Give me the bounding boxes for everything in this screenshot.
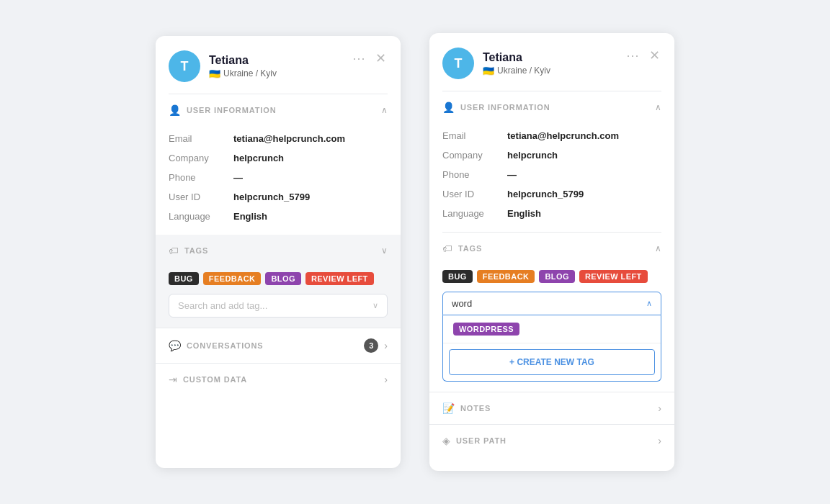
tags-header-right[interactable]: 🏷 TAGS ∧ xyxy=(429,233,674,264)
tags-chevron-left: ∨ xyxy=(381,246,388,256)
company-label: Company xyxy=(169,153,233,163)
custom-data-arrow-left: › xyxy=(384,374,388,385)
tag-wordpress-option: WORDPRESS xyxy=(453,323,519,336)
search-tag-input-left[interactable]: Search and add tag... ∨ xyxy=(169,294,388,318)
notes-arrow-right: › xyxy=(658,402,661,414)
email-row-right: Email tetiana@helpcrunch.com xyxy=(442,126,661,145)
tag-feedback-left[interactable]: FEEDBACK xyxy=(203,272,262,285)
email-label: Email xyxy=(169,133,233,144)
userid-value-right: helpcrunch_5799 xyxy=(507,189,584,199)
tags-title-left: TAGS xyxy=(184,246,375,255)
company-value: helpcrunch xyxy=(233,153,284,163)
custom-data-title-left: CUSTOM DATA xyxy=(183,375,384,384)
header-actions-left: ⋯ ✕ xyxy=(351,50,388,66)
userid-row: User ID helpcrunch_5799 xyxy=(169,187,388,207)
email-value: tetiana@helpcrunch.com xyxy=(233,133,345,144)
company-value-right: helpcrunch xyxy=(507,150,558,161)
company-row-right: Company helpcrunch xyxy=(442,145,661,165)
left-panel: T Tetiana 🇺🇦 Ukraine / Kyiv ⋯ ✕ 👤 USER I… xyxy=(156,36,401,468)
phone-value-right: — xyxy=(507,169,517,180)
tags-content-left: BUG FEEDBACK BLOG REVIEW LEFT Search and… xyxy=(156,266,401,328)
tag-feedback-right[interactable]: FEEDBACK xyxy=(477,270,535,283)
tags-section-right: 🏷 TAGS ∧ BUG FEEDBACK BLOG REVIEW LEFT ∧… xyxy=(429,233,674,392)
user-info-section-left: 👤 USER INFORMATION ∧ Email tetiana@helpc… xyxy=(156,94,401,235)
language-label-right: Language xyxy=(442,208,507,219)
tag-blog-right[interactable]: BLOG xyxy=(539,270,575,283)
phone-value: — xyxy=(233,172,243,183)
language-row-right: Language English xyxy=(442,204,661,223)
info-rows-right: Email tetiana@helpcrunch.com Company hel… xyxy=(429,123,674,232)
panel-header-left: T Tetiana 🇺🇦 Ukraine / Kyiv ⋯ ✕ xyxy=(156,50,401,94)
close-button-right[interactable]: ✕ xyxy=(648,48,661,63)
tag-icon-left: 🏷 xyxy=(169,245,179,256)
user-info-section-right: 👤 USER INFORMATION ∧ Email tetiana@helpc… xyxy=(429,91,674,232)
tags-header-left[interactable]: 🏷 TAGS ∨ xyxy=(156,235,401,266)
tags-row-right: BUG FEEDBACK BLOG REVIEW LEFT xyxy=(442,270,661,283)
conversations-arrow-left: › xyxy=(384,340,388,351)
company-row: Company helpcrunch xyxy=(169,148,388,168)
notes-icon-right: 📝 xyxy=(442,402,455,414)
close-button-left[interactable]: ✕ xyxy=(374,50,388,66)
tag-review-left[interactable]: REVIEW LEFT xyxy=(305,272,374,285)
user-path-row-right[interactable]: ◈ USER PATH › xyxy=(429,424,674,456)
language-value-right: English xyxy=(507,208,541,219)
tags-chevron-right: ∧ xyxy=(655,243,661,253)
custom-data-row-left[interactable]: ⇥ CUSTOM DATA › xyxy=(156,363,401,395)
tag-review-right[interactable]: REVIEW LEFT xyxy=(579,270,648,283)
conversations-title-left: CONVERSATIONS xyxy=(187,341,364,350)
language-row: Language English xyxy=(169,207,388,226)
tags-title-right: TAGS xyxy=(458,244,649,253)
more-options-button-left[interactable]: ⋯ xyxy=(351,50,368,66)
language-value: English xyxy=(233,211,267,222)
search-chevron-up-icon: ∧ xyxy=(646,299,652,308)
avatar-right: T xyxy=(442,48,474,79)
create-new-tag-button[interactable]: + CREATE NEW TAG xyxy=(449,349,655,375)
flag-icon-right: 🇺🇦 xyxy=(483,66,494,76)
more-options-button-right[interactable]: ⋯ xyxy=(625,48,642,63)
tag-dropdown-box: WORDPRESS + CREATE NEW TAG xyxy=(442,315,661,382)
right-panel: T Tetiana 🇺🇦 Ukraine / Kyiv ⋯ ✕ 👤 USER I… xyxy=(429,33,674,471)
user-info-header-right[interactable]: 👤 USER INFORMATION ∧ xyxy=(429,91,674,123)
userid-value: helpcrunch_5799 xyxy=(233,192,310,202)
user-path-arrow-right: › xyxy=(658,435,661,446)
avatar-left: T xyxy=(169,50,200,82)
user-path-title-right: USER PATH xyxy=(456,436,658,445)
chat-icon-left: 💬 xyxy=(169,340,181,351)
user-info-title-right: USER INFORMATION xyxy=(460,103,649,112)
userid-label: User ID xyxy=(169,192,233,202)
tag-icon-right: 🏷 xyxy=(442,243,452,254)
panel-header-right: T Tetiana 🇺🇦 Ukraine / Kyiv ⋯ ✕ xyxy=(429,48,674,91)
wordpress-dropdown-item[interactable]: WORDPRESS xyxy=(443,315,661,343)
userid-row-right: User ID helpcrunch_5799 xyxy=(442,184,661,204)
phone-label-right: Phone xyxy=(442,169,507,180)
info-rows-left: Email tetiana@helpcrunch.com Company hel… xyxy=(156,126,401,235)
language-label: Language xyxy=(169,211,233,222)
tag-bug-left[interactable]: BUG xyxy=(169,272,199,285)
notes-title-right: NOTES xyxy=(460,404,658,413)
tag-bug-right[interactable]: BUG xyxy=(442,270,473,283)
custom-data-icon-left: ⇥ xyxy=(169,374,177,385)
search-placeholder-left: Search and add tag... xyxy=(178,300,267,311)
flag-icon-left: 🇺🇦 xyxy=(209,68,220,79)
tags-section-left: 🏷 TAGS ∨ BUG FEEDBACK BLOG REVIEW LEFT S… xyxy=(156,235,401,328)
tags-content-right: BUG FEEDBACK BLOG REVIEW LEFT ∧ WORDPRES… xyxy=(429,264,674,392)
userid-label-right: User ID xyxy=(442,189,507,199)
tags-row-left: BUG FEEDBACK BLOG REVIEW LEFT xyxy=(169,272,388,285)
user-path-icon-right: ◈ xyxy=(442,435,450,446)
user-location-right: 🇺🇦 Ukraine / Kyiv xyxy=(483,66,661,76)
conversations-row-left[interactable]: 💬 CONVERSATIONS 3 › xyxy=(156,328,401,363)
notes-row-right[interactable]: 📝 NOTES › xyxy=(429,392,674,424)
header-actions-right: ⋯ ✕ xyxy=(625,48,661,63)
person-icon-left: 👤 xyxy=(169,104,181,116)
conversations-badge-left: 3 xyxy=(364,338,378,353)
phone-label: Phone xyxy=(169,172,233,183)
tag-blog-left[interactable]: BLOG xyxy=(265,272,301,285)
search-dropdown-icon-left: ∨ xyxy=(372,301,378,310)
user-location-left: 🇺🇦 Ukraine / Kyiv xyxy=(209,68,388,79)
chevron-icon-right: ∧ xyxy=(655,102,661,112)
search-tag-input-right[interactable]: ∧ xyxy=(442,292,661,315)
person-icon-right: 👤 xyxy=(442,102,455,113)
tag-search-field[interactable] xyxy=(452,298,646,309)
user-info-title-left: USER INFORMATION xyxy=(187,106,375,114)
user-info-header-left[interactable]: 👤 USER INFORMATION ∧ xyxy=(156,94,401,126)
